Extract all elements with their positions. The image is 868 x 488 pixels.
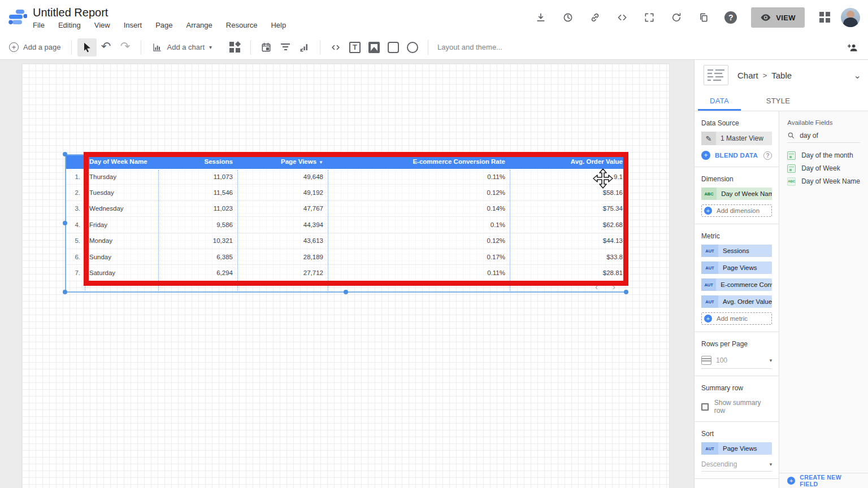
- looker-studio-window: Untitled Report File Editing View Insert…: [0, 0, 868, 488]
- add-chart-button[interactable]: Add a chart ▾: [147, 38, 217, 56]
- calendar-icon: [787, 164, 796, 173]
- add-dimension-button[interactable]: + Add dimension: [701, 204, 772, 217]
- download-icon[interactable]: [530, 6, 552, 29]
- menu-view[interactable]: View: [94, 21, 110, 29]
- chart-type-header: Chart > Table ⌄: [695, 60, 868, 90]
- rectangle-shape-icon[interactable]: [384, 38, 403, 56]
- view-button[interactable]: VIEW: [751, 7, 805, 28]
- layout-theme-button[interactable]: Layout and theme...: [437, 43, 502, 51]
- data-studio-logo-icon[interactable]: [8, 8, 27, 27]
- menu-arrange[interactable]: Arrange: [186, 21, 212, 29]
- menu-insert[interactable]: Insert: [124, 21, 142, 29]
- aut-type-icon: AUT: [701, 262, 718, 274]
- tab-style[interactable]: STYLE: [744, 90, 812, 111]
- move-cursor-icon: [591, 168, 615, 191]
- resize-handle[interactable]: [63, 221, 67, 225]
- field-item-day-of-the-month[interactable]: Day of the month: [779, 151, 868, 160]
- circle-shape-icon[interactable]: [403, 38, 422, 56]
- help-icon[interactable]: ?: [719, 6, 742, 29]
- data-config-column: Data Source ✎ 1 Master View + BLEND DATA…: [695, 111, 779, 488]
- history-icon[interactable]: [557, 6, 579, 29]
- breadcrumb-chart[interactable]: Chart: [737, 71, 758, 80]
- metric-label: Metric: [695, 224, 779, 245]
- rows-per-page-label: Rows per Page: [695, 332, 779, 352]
- toolbar: + Add a page ↶ ↷ Add a chart ▾: [0, 35, 868, 60]
- text-box-icon[interactable]: T: [345, 38, 364, 56]
- embed-code-icon[interactable]: [611, 6, 633, 29]
- aut-type-icon: AUT: [701, 295, 718, 308]
- metric-chip-ecommerce-conv[interactable]: AUT E-commerce Conv...: [701, 278, 772, 291]
- breadcrumb-table[interactable]: Table: [771, 71, 792, 80]
- panel-tabs: DATA STYLE: [695, 90, 868, 111]
- menu-bar: File Editing View Insert Page Arrange Re…: [33, 21, 286, 29]
- show-summary-row-toggle[interactable]: Show summary row: [701, 399, 772, 415]
- share-add-person-icon[interactable]: [843, 38, 862, 56]
- copy-icon[interactable]: [692, 6, 715, 29]
- data-source-label: Data Source: [695, 111, 779, 132]
- add-metric-button[interactable]: + Add metric: [701, 312, 772, 325]
- resize-handle[interactable]: [344, 290, 348, 294]
- sort-field-chip[interactable]: AUT Page Views: [701, 442, 772, 455]
- separator: [428, 40, 428, 55]
- metric-chip-page-views[interactable]: AUT Page Views: [701, 262, 772, 274]
- community-visualizations-icon[interactable]: [225, 38, 245, 56]
- dimension-label: Dimension: [695, 167, 779, 188]
- select-cursor-button[interactable]: [77, 38, 97, 56]
- title-block: Untitled Report File Editing View Insert…: [33, 6, 286, 29]
- metric-chip-sessions[interactable]: AUT Sessions: [701, 245, 772, 257]
- resize-handle[interactable]: [63, 152, 67, 156]
- menu-file[interactable]: File: [33, 21, 45, 29]
- table-rows-icon: [701, 356, 711, 365]
- aut-type-icon: AUT: [701, 245, 718, 257]
- image-icon[interactable]: [364, 38, 384, 56]
- field-item-day-of-week-name[interactable]: ABC Day of Week Name: [779, 177, 868, 186]
- avatar[interactable]: [841, 8, 860, 27]
- date-range-control-icon[interactable]: [257, 38, 276, 56]
- resize-handle[interactable]: [624, 290, 628, 294]
- chevron-right-icon: >: [763, 71, 767, 80]
- blend-data-button[interactable]: + BLEND DATA ?: [701, 151, 772, 160]
- table-chart-thumbnail-icon[interactable]: [704, 65, 728, 85]
- add-page-button[interactable]: + Add a page: [5, 38, 66, 56]
- available-fields-label: Available Fields: [779, 111, 868, 132]
- available-fields-panel: Available Fields day of Day of the month…: [779, 111, 868, 488]
- summary-row-label: Summary row: [695, 376, 779, 396]
- refresh-icon[interactable]: [665, 6, 688, 29]
- url-embed-icon[interactable]: [326, 38, 345, 56]
- menu-help[interactable]: Help: [271, 21, 286, 29]
- breadcrumb: Chart > Table: [737, 71, 792, 80]
- sort-order-select[interactable]: Descending ▾: [701, 460, 772, 472]
- chevron-down-icon: ▾: [770, 358, 772, 363]
- fullscreen-icon[interactable]: [638, 6, 661, 29]
- menu-editing[interactable]: Editing: [58, 21, 81, 29]
- chevron-down-icon: ▾: [770, 461, 772, 467]
- checkbox-icon[interactable]: [701, 403, 709, 411]
- rows-per-page-select[interactable]: 100 ▾: [701, 356, 772, 369]
- search-icon: [787, 132, 795, 140]
- data-control-icon[interactable]: [295, 38, 314, 56]
- menu-page[interactable]: Page: [155, 21, 172, 29]
- report-canvas[interactable]: Day of Week Name Sessions Page Views▼ E-…: [0, 60, 694, 488]
- undo-button[interactable]: ↶: [97, 38, 116, 56]
- field-list: Day of the month Day of Week ABC Day of …: [779, 151, 868, 186]
- dimension-chip[interactable]: ABC Day of Week Name: [701, 188, 772, 200]
- report-title[interactable]: Untitled Report: [33, 6, 286, 19]
- properties-panel: Chart > Table ⌄ DATA STYLE Data Source ✎…: [694, 60, 868, 488]
- menu-resource[interactable]: Resource: [226, 21, 258, 29]
- field-search-input[interactable]: day of: [787, 132, 860, 143]
- apps-grid-icon[interactable]: [814, 6, 836, 29]
- data-source-chip[interactable]: ✎ 1 Master View: [701, 132, 772, 145]
- chevron-down-icon[interactable]: ⌄: [854, 70, 861, 81]
- help-icon[interactable]: ?: [763, 151, 772, 160]
- edit-pencil-icon[interactable]: ✎: [701, 132, 716, 145]
- filter-control-icon[interactable]: [276, 38, 295, 56]
- resize-handle[interactable]: [63, 290, 67, 294]
- tab-data[interactable]: DATA: [695, 90, 744, 111]
- field-item-day-of-week[interactable]: Day of Week: [779, 164, 868, 173]
- link-icon[interactable]: [584, 6, 606, 29]
- create-new-field-button[interactable]: + CREATE NEW FIELD: [779, 473, 868, 488]
- calendar-icon: [787, 151, 796, 160]
- plus-icon: +: [704, 315, 712, 323]
- redo-button[interactable]: ↷: [116, 38, 135, 56]
- metric-chip-avg-order-value[interactable]: AUT Avg. Order Value: [701, 295, 772, 308]
